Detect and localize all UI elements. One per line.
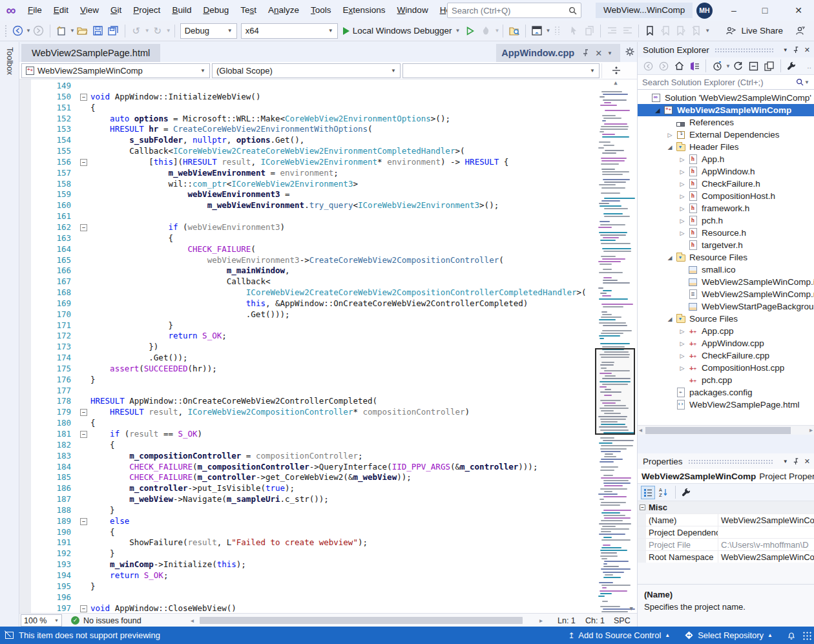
menu-edit[interactable]: Edit xyxy=(48,0,74,21)
close-panel-icon[interactable]: ✕ xyxy=(804,46,810,54)
code-line[interactable]: 158 wil::com_ptr<ICoreWebView2Environmen… xyxy=(31,179,592,190)
se-overflow-icon[interactable]: ‥ xyxy=(807,63,811,70)
code-line[interactable]: 169 this, &AppWindow::OnCreateCoreWebVie… xyxy=(31,298,592,309)
code-line[interactable]: 168 ICoreWebView2CreateCoreWebView2Compo… xyxy=(31,287,592,298)
fold-collapse-icon[interactable]: − xyxy=(80,605,87,612)
new-project-icon[interactable] xyxy=(54,23,68,39)
tree-item-compositionhost-h[interactable]: ▷CompositionHost.h xyxy=(638,190,814,202)
tree-item-webview2samplepage-html[interactable]: WebView2SamplePage.html xyxy=(638,399,814,411)
add-to-source-control-button[interactable]: ↥ Add to Source Control ▲ xyxy=(568,630,670,640)
code-line[interactable]: 154 s_subFolder, nullptr, options.Get(), xyxy=(31,135,592,146)
menu-analyze[interactable]: Analyze xyxy=(262,0,305,21)
scroll-right-icon[interactable]: ▸ xyxy=(809,426,813,433)
property-row[interactable]: Project FileC:\Users\v-mhoffman\D xyxy=(638,538,814,550)
property-value[interactable]: WebView2SampleWinComp xyxy=(718,551,814,563)
properties-object-select[interactable]: WebView2SampleWinComp Project Propert ▼ xyxy=(638,469,814,484)
code-line[interactable]: 179− HRESULT result, ICoreWebView2Compos… xyxy=(31,407,592,418)
tree-item-webview2samplewincomp[interactable]: ◢WebView2SampleWinComp xyxy=(638,104,814,116)
property-row[interactable]: Project Dependencies xyxy=(638,526,814,538)
code-line[interactable]: 186 m_controller->put_IsVisible(true); xyxy=(31,483,592,494)
code-line[interactable]: 155 Callback<ICoreWebView2CreateCoreWebV… xyxy=(31,146,592,157)
minimize-button[interactable]: – xyxy=(721,0,747,21)
code-line[interactable]: 176} xyxy=(31,375,592,386)
properties-wrench-icon[interactable] xyxy=(785,57,799,74)
code-line[interactable]: 195} xyxy=(31,581,592,592)
scroll-down-icon[interactable]: ▼ xyxy=(630,605,633,612)
code-line[interactable]: 187 m_webView->Navigate(m_sampleUri.c_st… xyxy=(31,494,592,505)
tree-item-header-files[interactable]: ◢Header Files xyxy=(638,141,814,153)
property-pages-wrench-icon[interactable] xyxy=(679,486,693,499)
code-line[interactable]: 166 m_mainWindow, xyxy=(31,265,592,276)
switch-views-icon[interactable] xyxy=(687,57,702,74)
collapse-category-icon[interactable]: − xyxy=(640,504,645,510)
menu-git[interactable]: Git xyxy=(105,0,127,21)
minimap-scrollbar[interactable]: ▲ ▼ xyxy=(594,79,637,613)
code-line[interactable]: 150−void AppWindow::InitializeWebView() xyxy=(31,92,592,103)
tree-item-webviewstartpagebackground-p[interactable]: WebViewStartPageBackground.p xyxy=(638,300,814,313)
pin-icon[interactable] xyxy=(793,458,800,465)
minimap-viewport[interactable] xyxy=(595,348,635,435)
code-line[interactable]: 153 HRESULT hr = CreateCoreWebView2Envir… xyxy=(31,124,592,135)
avatar[interactable]: MH xyxy=(696,3,713,19)
solution-explorer-home-icon[interactable] xyxy=(530,23,544,39)
fold-collapse-icon[interactable]: − xyxy=(80,94,87,101)
start-without-debugging-icon[interactable] xyxy=(463,23,477,39)
tree-item-small-ico[interactable]: small.ico xyxy=(638,264,814,276)
pin-icon[interactable] xyxy=(582,49,590,57)
expander-icon[interactable]: ▷ xyxy=(677,353,687,359)
show-all-files-icon[interactable] xyxy=(762,57,777,74)
tree-item-resource-files[interactable]: ◢Resource Files xyxy=(638,251,814,264)
back-caret-icon[interactable]: ▼ xyxy=(26,28,31,34)
property-value[interactable]: C:\Users\v-mhoffman\D xyxy=(718,539,814,550)
tree-item-source-files[interactable]: ◢Source Files xyxy=(638,313,814,325)
menu-extensions[interactable]: Extensions xyxy=(337,0,391,21)
fold-collapse-icon[interactable]: − xyxy=(80,518,87,525)
fold-collapse-icon[interactable]: − xyxy=(80,409,87,416)
expander-icon[interactable]: ▷ xyxy=(677,340,687,347)
notifications-bell-icon[interactable] xyxy=(787,630,796,640)
window-position-caret-icon[interactable]: ▼ xyxy=(783,459,788,464)
expander-icon[interactable]: ▷ xyxy=(677,156,687,163)
toolbar-overflow-icon[interactable]: ▼ xyxy=(705,28,710,34)
tree-item-packages-config[interactable]: packages.config xyxy=(638,386,814,399)
horizontal-scrollbar[interactable]: ◂ ▸ xyxy=(191,616,543,625)
code-line[interactable]: 194 return S_OK; xyxy=(31,570,592,581)
code-line[interactable]: 185 CHECK_FAILURE(m_controller->get_Core… xyxy=(31,472,592,483)
toggle-bookmark-icon[interactable] xyxy=(643,23,657,39)
code-line[interactable]: 171 } xyxy=(31,320,592,331)
expander-icon[interactable]: ▷ xyxy=(677,230,687,236)
scrollbar-thumb[interactable] xyxy=(200,617,523,624)
menu-tools[interactable]: Tools xyxy=(305,0,337,21)
toolbar-drag-handle[interactable] xyxy=(5,25,8,37)
expander-icon[interactable]: ◢ xyxy=(652,107,663,114)
tree-item-app-cpp[interactable]: ▷+₊App.cpp xyxy=(638,325,814,337)
menu-window[interactable]: Window xyxy=(391,0,434,21)
code-line[interactable]: 180{ xyxy=(31,418,592,429)
member-select[interactable]: ▼ xyxy=(402,63,600,78)
close-panel-icon[interactable]: ✕ xyxy=(804,457,810,466)
collapse-all-icon[interactable] xyxy=(747,57,761,74)
menu-build[interactable]: Build xyxy=(166,0,197,21)
live-share-icon[interactable] xyxy=(724,23,738,39)
menu-test[interactable]: Test xyxy=(235,0,262,21)
fold-collapse-icon[interactable]: − xyxy=(80,224,87,231)
categorized-view-icon[interactable] xyxy=(641,486,655,499)
fold-collapse-icon[interactable]: − xyxy=(80,159,87,166)
code-line[interactable]: 174 .Get()); xyxy=(31,353,592,364)
navigate-back-icon[interactable] xyxy=(10,23,25,39)
expander-icon[interactable]: ▷ xyxy=(665,132,675,138)
toolbox-side-tab[interactable]: Toolbox xyxy=(0,42,19,627)
tree-item-appwindow-cpp[interactable]: ▷+₊AppWindow.cpp xyxy=(638,337,814,349)
category-row[interactable]: − Misc xyxy=(638,501,814,514)
tree-item-compositionhost-cpp[interactable]: ▷+₊CompositionHost.cpp xyxy=(638,362,814,374)
save-icon[interactable] xyxy=(91,23,105,39)
code-line[interactable]: 164 CHECK_FAILURE( xyxy=(31,244,592,255)
expander-icon[interactable]: ▷ xyxy=(677,218,687,224)
new-project-caret-icon[interactable]: ▼ xyxy=(70,28,75,34)
refresh-icon[interactable] xyxy=(731,57,746,74)
scope-select[interactable]: (Global Scope)▼ xyxy=(212,63,401,78)
code-line[interactable]: 172 return S_OK; xyxy=(31,331,592,342)
open-file-icon[interactable] xyxy=(76,23,90,39)
tree-item-external-dependencies[interactable]: ▷External Dependencies xyxy=(638,129,814,141)
property-value[interactable]: WebView2SampleWinComp xyxy=(718,514,814,526)
